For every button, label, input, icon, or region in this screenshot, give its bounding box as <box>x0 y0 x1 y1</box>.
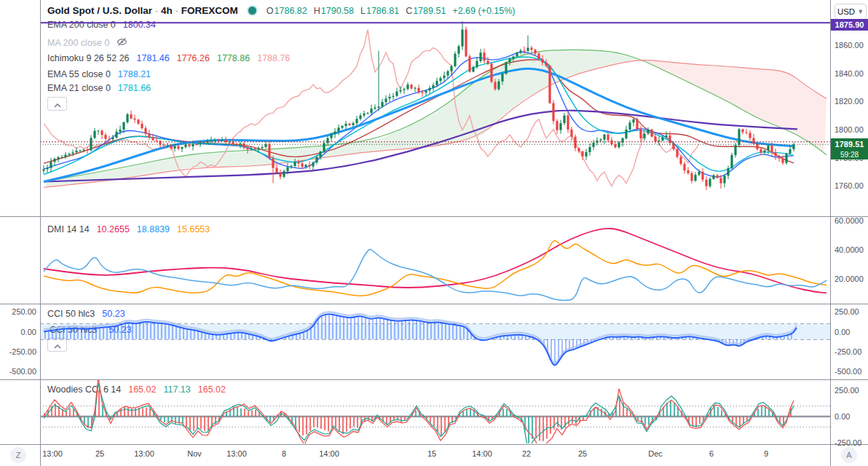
candle-body <box>526 48 529 51</box>
candle-body <box>213 141 216 141</box>
candle-body <box>366 113 368 114</box>
candle-body <box>377 106 379 108</box>
candle-body <box>698 172 700 175</box>
candle-body <box>519 50 521 52</box>
price-tick-label: 1760.00 <box>835 181 864 190</box>
candle-body <box>505 63 507 74</box>
time-tick-label[interactable]: 8 <box>282 449 286 458</box>
time-tick-label[interactable]: Nov <box>187 449 202 458</box>
ohlc-value: 1789.51 <box>413 6 446 16</box>
candle-body <box>348 124 350 125</box>
candle-body <box>661 138 663 141</box>
candle-body <box>71 152 74 154</box>
symbol-title[interactable]: Gold Spot / U.S. Dollar · 4h · FOREXCOM <box>47 5 238 16</box>
candle-body <box>599 140 601 141</box>
timezone-button[interactable]: Z <box>10 447 26 463</box>
candle-body <box>690 173 693 181</box>
candle-body <box>792 144 794 149</box>
ohlc-letter: L <box>360 6 366 16</box>
time-tick-label[interactable]: 13:00 <box>134 449 154 458</box>
candle-body <box>355 119 358 123</box>
candle-body <box>330 134 332 138</box>
candle-body <box>450 66 452 71</box>
main-panel <box>40 21 830 190</box>
candle-body <box>694 175 696 181</box>
candle-body <box>261 147 263 148</box>
candle-body <box>574 137 576 149</box>
time-tick-label[interactable]: 14:00 <box>319 449 339 458</box>
time-tick-label[interactable]: 13:00 <box>42 449 63 458</box>
candle-body <box>166 145 168 146</box>
last-price-label: 1789.51 <box>831 138 868 150</box>
candle-body <box>767 146 769 150</box>
price-axis[interactable]: 1880.001860.001840.001820.001800.001780.… <box>831 0 868 466</box>
candle-body <box>392 96 394 97</box>
woodies-tick-label: -250.00 <box>835 438 861 447</box>
candle-body <box>130 114 132 119</box>
time-tick-label[interactable]: 15 <box>427 449 436 458</box>
ema200-price-label: 1875.90 <box>831 19 868 31</box>
price-tick-label: 1840.00 <box>835 69 864 78</box>
candle-body <box>585 152 587 157</box>
time-tick-label[interactable]: 22 <box>522 449 531 458</box>
cci-left-tick-label: 250.00 <box>1 307 36 316</box>
candle-body <box>530 48 532 50</box>
ohlc-pair: H1790.58 <box>314 6 354 16</box>
candle-body <box>760 149 762 153</box>
candle-body <box>465 30 467 57</box>
candle-body <box>293 162 296 166</box>
candle-body <box>446 71 449 76</box>
candle-body <box>155 141 157 141</box>
candle-body <box>636 119 638 130</box>
candle-body <box>658 141 660 141</box>
currency-axis-button[interactable]: USD▼ <box>835 4 867 20</box>
candle-body <box>417 88 419 92</box>
candle-body <box>643 134 645 139</box>
candle-body <box>122 122 125 130</box>
candle-body <box>749 133 751 138</box>
trading-chart-app: Gold Spot / U.S. Dollar · 4h · FOREXCOM … <box>0 0 868 466</box>
candle-body <box>479 52 481 61</box>
ohlc-pair: L1786.81 <box>360 6 399 16</box>
candle-body <box>679 157 682 165</box>
time-tick-label[interactable]: 13:00 <box>226 449 247 458</box>
candle-body <box>337 127 339 131</box>
candle-body <box>64 155 66 157</box>
candle-body <box>301 164 303 167</box>
candle-body <box>111 138 114 139</box>
candle-body <box>374 108 376 108</box>
chart-canvas[interactable] <box>0 0 868 466</box>
candle-body <box>461 30 463 47</box>
ohlc-letter: O <box>267 6 274 16</box>
time-tick-label[interactable]: 25 <box>578 449 587 458</box>
candle-body <box>435 81 438 85</box>
candle-body <box>319 151 321 157</box>
candle-body <box>454 54 456 66</box>
auto-scale-button[interactable]: A <box>841 447 857 463</box>
time-tick-label[interactable]: 9 <box>764 449 768 458</box>
candle-body <box>115 132 117 138</box>
chevron-down-icon: ▼ <box>857 9 864 15</box>
candle-body <box>632 119 634 123</box>
candle-body <box>100 130 103 135</box>
candle-body <box>541 59 543 63</box>
cci-tick-label: 250.00 <box>835 307 859 316</box>
ohlc-values: O1786.82H1790.58L1786.81C1789.51+2.69 (+… <box>267 6 516 16</box>
candle-body <box>410 84 412 89</box>
time-tick-label[interactable]: 25 <box>95 449 104 458</box>
market-status-icon[interactable] <box>248 7 256 15</box>
candle-body <box>563 116 565 124</box>
price-tick-label: 1860.00 <box>835 41 864 50</box>
candle-body <box>665 135 667 138</box>
time-tick-label[interactable]: 6 <box>709 449 714 458</box>
candle-body <box>414 88 416 89</box>
time-tick-label[interactable]: Dec <box>648 449 663 458</box>
time-tick-label[interactable]: 14:00 <box>472 449 492 458</box>
candle-body <box>363 114 365 116</box>
candle-body <box>476 61 478 67</box>
symbol-header: Gold Spot / U.S. Dollar · 4h · FOREXCOM … <box>47 5 516 16</box>
ohlc-letter: H <box>314 6 320 16</box>
candle-body <box>567 116 569 130</box>
candle-body <box>628 122 631 130</box>
candle-body <box>592 143 594 147</box>
